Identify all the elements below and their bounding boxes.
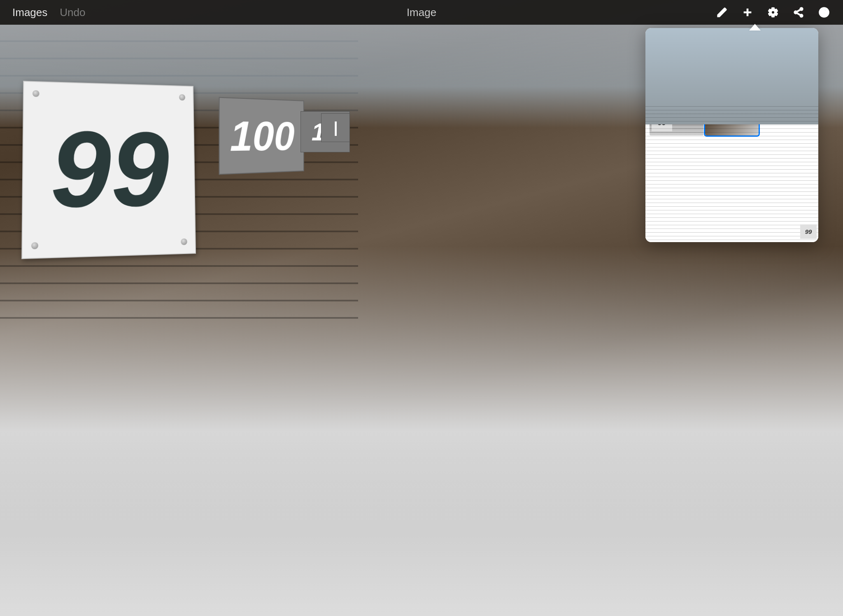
sign-small-2: |	[321, 113, 350, 142]
paintbrush-icon[interactable]	[715, 6, 729, 19]
sign-number-99: 99	[50, 114, 170, 224]
undo-button[interactable]: Undo	[60, 6, 85, 19]
settings-icon[interactable]	[766, 6, 780, 19]
sign-small-number-2: |	[333, 119, 338, 136]
snow-ground	[0, 410, 843, 616]
sign-number-100: 100	[230, 111, 295, 160]
sign-99: 99	[21, 81, 196, 259]
popup-arrow	[749, 24, 761, 30]
images-button[interactable]: Images	[12, 6, 47, 19]
toolbar-right	[558, 6, 831, 19]
add-icon[interactable]	[741, 6, 754, 19]
screw-br	[181, 238, 187, 245]
share-icon[interactable]	[792, 6, 805, 19]
toolbar: Images Undo Image	[0, 0, 843, 25]
photo-thumbnail-2[interactable]: 99	[705, 82, 759, 135]
screw-tl	[33, 90, 40, 97]
popup-panel: T ‹ Photos Photo Library 99	[645, 28, 818, 242]
popup-content: 99 99	[645, 77, 818, 242]
screw-bl	[31, 242, 38, 249]
help-icon[interactable]	[817, 6, 831, 19]
sign-100-area: 100	[219, 97, 304, 175]
thumb-image-2: 99	[705, 82, 759, 135]
toolbar-title: Image	[407, 6, 436, 19]
screw-tr	[179, 94, 185, 101]
toolbar-center: Image	[285, 6, 558, 19]
photo-grid: 99 99	[645, 77, 818, 140]
toolbar-left: Images Undo	[12, 6, 285, 19]
sign-100: 100	[219, 97, 304, 175]
